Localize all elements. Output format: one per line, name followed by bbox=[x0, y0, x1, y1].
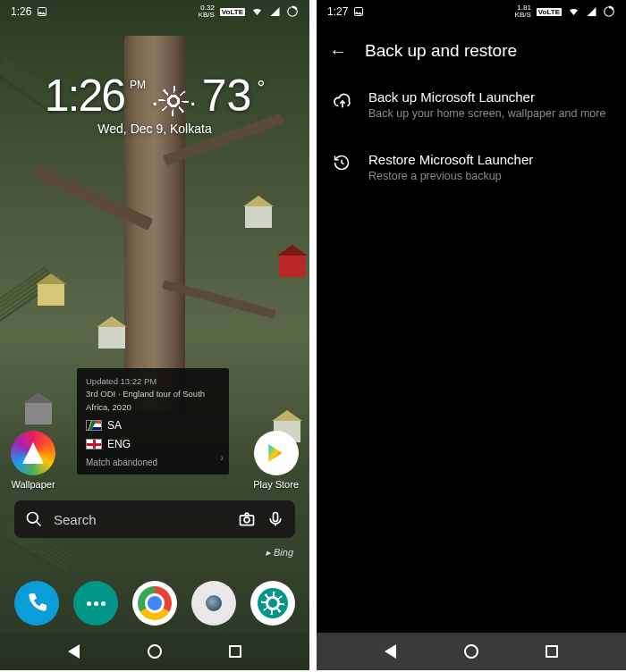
image-icon bbox=[37, 6, 47, 17]
app-bar: ← Back up and restore bbox=[317, 27, 626, 75]
svg-point-4 bbox=[244, 517, 250, 523]
home-screen: 1:26 0.32KB/S VoLTE 1:26 PM · · 73 ° Wed… bbox=[0, 0, 309, 670]
battery-icon bbox=[286, 5, 299, 18]
dock-camera[interactable] bbox=[191, 581, 236, 626]
back-button[interactable]: ← bbox=[329, 41, 347, 62]
search-input[interactable] bbox=[54, 512, 227, 527]
clock-weather-widget[interactable]: 1:26 PM · · 73 ° Wed, Dec 9, Kolkata bbox=[0, 70, 309, 136]
search-icon bbox=[25, 510, 43, 528]
battery-icon bbox=[603, 5, 615, 18]
menu-item-backup[interactable]: Back up Microsoft Launcher Back up your … bbox=[317, 79, 626, 132]
nav-bar bbox=[317, 633, 626, 670]
nav-back[interactable] bbox=[68, 644, 80, 659]
cloud-upload-icon bbox=[333, 91, 352, 122]
nav-bar bbox=[0, 633, 309, 670]
play-store-icon bbox=[254, 431, 299, 475]
svg-point-2 bbox=[28, 513, 38, 524]
svg-rect-5 bbox=[274, 513, 278, 522]
menu-title: Back up Microsoft Launcher bbox=[368, 89, 610, 105]
status-time: 1:26 bbox=[11, 5, 31, 18]
nav-home[interactable] bbox=[148, 644, 162, 659]
signal-icon bbox=[269, 6, 281, 17]
sun-icon bbox=[164, 91, 183, 111]
volte-badge: VoLTE bbox=[220, 8, 245, 16]
nav-home[interactable] bbox=[464, 644, 478, 659]
date-location: Wed, Dec 9, Kolkata bbox=[0, 122, 309, 136]
dock-phone[interactable] bbox=[14, 581, 59, 626]
status-time: 1:27 bbox=[327, 5, 348, 18]
cricket-score-card[interactable]: Updated 13:22 PM 3rd ODI · England tour … bbox=[77, 368, 229, 475]
wifi-icon bbox=[567, 6, 580, 17]
menu-sub: Back up your home screen, wallpaper and … bbox=[368, 106, 610, 122]
nav-recents[interactable] bbox=[546, 645, 558, 658]
temperature: 73 bbox=[202, 70, 252, 122]
flag-eng-icon bbox=[86, 439, 102, 449]
app-play-store[interactable]: Play Store bbox=[253, 431, 299, 490]
data-speed: 0.32KB/S bbox=[199, 4, 215, 19]
status-bar: 1:26 0.32KB/S VoLTE bbox=[0, 0, 309, 23]
image-icon bbox=[353, 6, 364, 17]
match-status: Match abandoned bbox=[86, 456, 220, 469]
card-title: 3rd ODI · England tour of South Africa, … bbox=[86, 388, 220, 414]
signal-icon bbox=[586, 6, 597, 17]
dock-settings[interactable] bbox=[250, 581, 295, 626]
menu-item-restore[interactable]: Restore Microsoft Launcher Restore a pre… bbox=[317, 141, 626, 195]
dock-messages[interactable] bbox=[73, 581, 118, 626]
nav-back[interactable] bbox=[385, 644, 396, 659]
page-title: Back up and restore bbox=[365, 41, 517, 61]
card-updated: Updated 13:22 PM bbox=[86, 375, 220, 388]
app-dock bbox=[0, 575, 309, 631]
nav-recents[interactable] bbox=[229, 645, 241, 658]
wallpaper-icon bbox=[11, 431, 55, 475]
app-wallpaper[interactable]: Wallpaper bbox=[11, 431, 55, 490]
data-speed: 1.81KB/S bbox=[515, 4, 531, 19]
clock-ampm: PM bbox=[130, 79, 146, 91]
camera-icon[interactable] bbox=[238, 510, 256, 528]
settings-screen: 1:27 1.81KB/S VoLTE ← Back up and restor… bbox=[317, 0, 626, 670]
menu-title: Restore Microsoft Launcher bbox=[368, 152, 610, 167]
chevron-right-icon: › bbox=[221, 451, 224, 466]
dock-chrome[interactable] bbox=[132, 581, 177, 626]
search-bar[interactable] bbox=[14, 500, 295, 538]
volte-badge: VoLTE bbox=[537, 8, 562, 16]
history-icon bbox=[333, 154, 352, 184]
status-bar: 1:27 1.81KB/S VoLTE bbox=[317, 0, 626, 23]
team-row-eng: ENG bbox=[86, 436, 220, 452]
menu-sub: Restore a previous backup bbox=[368, 169, 610, 184]
clock-time: 1:26 bbox=[45, 70, 124, 122]
wifi-icon bbox=[250, 6, 264, 17]
mic-icon[interactable] bbox=[266, 510, 284, 528]
bing-label: ▸ Bing bbox=[266, 547, 293, 559]
team-row-sa: SA bbox=[86, 417, 220, 433]
flag-sa-icon bbox=[86, 420, 102, 431]
